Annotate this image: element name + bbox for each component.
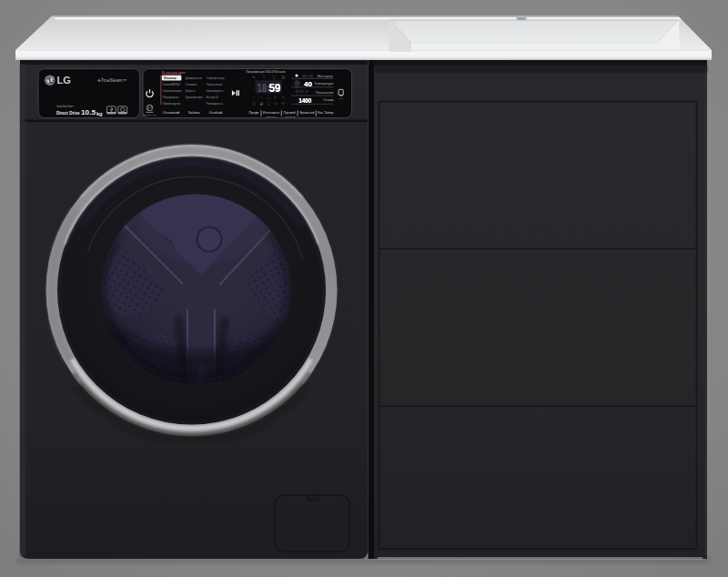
- svg-text:⟲: ⟲: [281, 102, 284, 106]
- svg-text:ЭКО ТД: ЭКО ТД: [302, 75, 313, 78]
- svg-text:10.5: 10.5: [81, 108, 96, 116]
- svg-text:Особый: Особый: [209, 110, 223, 115]
- svg-text:Отпаривание: Отпаривание: [143, 114, 157, 116]
- svg-text:Предв.: Предв.: [249, 111, 260, 115]
- svg-text:Моя прогр.: Моя прогр.: [318, 75, 334, 78]
- svg-text:Смешанные ткани: Смешанные ткани: [163, 89, 182, 93]
- svg-text:▭: ▭: [274, 102, 278, 106]
- svg-text:Основной: Основной: [163, 110, 179, 115]
- svg-text:Паровой: Паровой: [284, 111, 296, 115]
- svg-text:○: ○: [253, 96, 255, 99]
- svg-text:◫: ◫: [252, 102, 256, 106]
- svg-text:kg: kg: [96, 111, 103, 116]
- svg-text:Забота: Забота: [188, 110, 201, 115]
- svg-text:Интенсивная: Интенсивная: [263, 111, 279, 115]
- svg-text:Повседневная: Повседневная: [163, 96, 179, 99]
- svg-text:Температура: Температура: [314, 82, 333, 86]
- svg-text:Режим для сна: Режим для сна: [207, 102, 224, 106]
- svg-text:Пуховое одеяло: Пуховое одеяло: [163, 102, 181, 106]
- svg-text:няня: няня: [339, 97, 344, 100]
- svg-text:эко: эко: [296, 86, 299, 89]
- svg-text:▢: ▢: [267, 102, 270, 106]
- svg-text:Шерсть: Шерсть: [186, 89, 196, 93]
- svg-text:В этот раз цикл: В этот раз цикл: [162, 71, 186, 75]
- svg-text:Освежить пар: Освежить пар: [285, 116, 297, 118]
- svg-text:Освежить: Освежить: [186, 83, 197, 86]
- svg-text:Программы для 3:00-19:00 часов: Программы для 3:00-19:00 часов: [246, 70, 286, 74]
- svg-text:1П 2П +П: 1П 2П +П: [296, 90, 309, 94]
- svg-text:Реж. Таймер: Реж. Таймер: [318, 111, 334, 115]
- svg-text:Гипоаллергенн.: Гипоаллергенн.: [207, 89, 225, 93]
- svg-text:◑: ◑: [282, 96, 284, 99]
- svg-text:❉TrueSteam™: ❉TrueSteam™: [97, 78, 127, 83]
- svg-text:Деликатесные: Деликатесные: [186, 76, 203, 80]
- svg-text:Удаление пятен: Удаление пятен: [186, 96, 204, 99]
- svg-text:Хлопок: Хлопок: [164, 76, 177, 80]
- svg-text:◐: ◐: [275, 96, 277, 99]
- svg-text:Полоскание: Полоскание: [316, 91, 334, 95]
- svg-text:40: 40: [304, 80, 313, 88]
- svg-text:▢: ▢: [272, 76, 276, 79]
- svg-text:LG: LG: [57, 75, 71, 86]
- svg-text:Быстро 14: Быстро 14: [207, 96, 219, 99]
- svg-text:1400: 1400: [298, 96, 311, 105]
- svg-text:Хлопок NEW 60: Хлопок NEW 60: [163, 83, 181, 86]
- svg-text:Тёмное бельё: Тёмное бельё: [266, 116, 278, 118]
- svg-text:Direct Drive: Direct Drive: [56, 110, 80, 116]
- svg-text:Спортивная од.: Спортивная од.: [207, 76, 226, 80]
- svg-text:59: 59: [269, 81, 281, 95]
- svg-text:▧: ▧: [281, 76, 285, 79]
- svg-text:Inverter Direct Drive™: Inverter Direct Drive™: [56, 105, 75, 108]
- svg-text:Отжим: Отжим: [323, 98, 334, 102]
- svg-text:Тёмные ткани: Тёмные ткани: [207, 83, 223, 86]
- svg-text:◪: ◪: [259, 102, 263, 106]
- svg-text:◔: ◔: [260, 96, 262, 99]
- svg-text:☀: ☀: [252, 76, 256, 79]
- svg-text:Временной: Временной: [300, 111, 315, 115]
- svg-text:18: 18: [258, 82, 268, 95]
